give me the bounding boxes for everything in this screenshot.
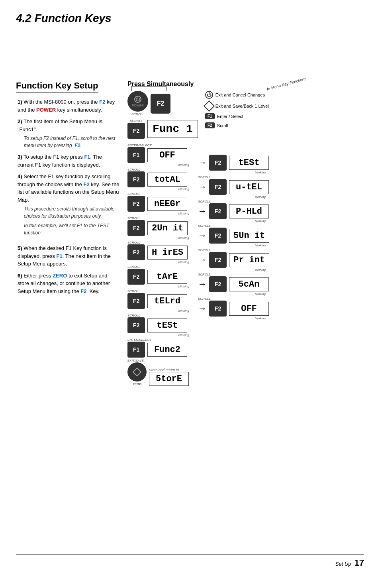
step-4-note-2: In this example, we'll set F1 to the TES… bbox=[24, 222, 119, 236]
f2-total-key[interactable]: F2 bbox=[127, 171, 145, 187]
f2-right-5-key[interactable]: F2 bbox=[209, 252, 227, 268]
legend-power-text: Exit and Cancel Changes bbox=[215, 92, 265, 97]
func2-display: Func2 bbox=[147, 343, 187, 357]
neegr-display: nEEGr bbox=[147, 197, 187, 211]
zero-key[interactable] bbox=[127, 362, 147, 382]
f2-hires-key[interactable]: F2 bbox=[127, 244, 145, 260]
scroll-rows-container: ENTER/SELECT F1 OFF blinking SCROLL F2 t… bbox=[127, 144, 364, 386]
steps-list: 1) With the MSI-8000 on, press the F2 ke… bbox=[16, 98, 119, 295]
row-right-5unit: SCROLL → F2 5Un it blinking bbox=[198, 224, 269, 247]
legend-f1-text: Enter / Select bbox=[217, 114, 243, 119]
row-right-test: → F2 tESt blinking bbox=[198, 155, 269, 174]
f2-neegr-key[interactable]: F2 bbox=[127, 196, 145, 212]
f2-right-6-key[interactable]: F2 bbox=[209, 276, 227, 292]
power-icon-legend: ⏻ bbox=[205, 91, 213, 99]
row-enter-func2: ENTER/SELECT F1 Func2 bbox=[127, 338, 191, 358]
tare-display: tArE bbox=[147, 270, 187, 284]
row-scroll-telrd: SCROLL F2 tELrd blinking bbox=[127, 289, 191, 313]
page-title: 4.2 Function Keys bbox=[16, 12, 364, 25]
section-title: Function Key Setup bbox=[16, 81, 98, 93]
diamond-icon bbox=[133, 368, 142, 377]
test-display: tESt bbox=[147, 319, 187, 332]
row-right-scan: SCROLL → F2 5cAn blinking bbox=[198, 273, 269, 296]
row-exit-store: EXIT/SAVE ZERO Store and return to 5torE bbox=[127, 359, 191, 386]
f2-tare-key[interactable]: F2 bbox=[127, 269, 145, 285]
f2-legend-key: F2 bbox=[205, 122, 215, 128]
step-5: 5) When the desired F1 Key function is d… bbox=[16, 244, 119, 268]
2unit-display: 2Un it bbox=[147, 221, 188, 235]
f2-right-3-key[interactable]: F2 bbox=[209, 203, 227, 219]
right-scroll-column: → F2 tESt blinking SCROLL → F2 u-tEL bbox=[198, 144, 269, 386]
f1-legend-key: F1 bbox=[205, 113, 215, 119]
f2-key-top[interactable]: F2 bbox=[151, 94, 170, 114]
off-right-display: OFF bbox=[229, 302, 269, 316]
row-scroll-hires: SCROLL F2 H irES blinking bbox=[127, 241, 191, 264]
row-right-phld: SCROLL → F2 P-HLd blinking bbox=[198, 200, 269, 223]
arrow-6: → bbox=[198, 279, 207, 289]
f2-highlight-1: F2 bbox=[99, 99, 105, 105]
arrow-3: → bbox=[198, 206, 207, 216]
row-scroll-test: SCROLL F2 tESt blinking bbox=[127, 314, 191, 337]
f2-2unit-key[interactable]: F2 bbox=[127, 220, 145, 236]
step-3: 3) To setup the F1 key press F1. The cur… bbox=[16, 153, 119, 169]
test-right-display: tESt bbox=[229, 156, 269, 170]
left-column: Function Key Setup 1) With the MSI-8000 … bbox=[16, 81, 119, 386]
hires-display: H irES bbox=[147, 246, 188, 260]
f2-right-7-key[interactable]: F2 bbox=[209, 301, 227, 317]
power-key[interactable]: ⏻ POWER bbox=[127, 91, 148, 112]
print-display: Pr int bbox=[229, 253, 269, 267]
total-display: totAL bbox=[147, 173, 187, 187]
row-right-utel: SCROLL → F2 u-tEL blinking bbox=[198, 175, 269, 199]
row-scroll-neegr: SCROLL F2 nEEGr blinking bbox=[127, 192, 191, 215]
footer-content: Set Up 17 bbox=[335, 558, 364, 568]
row-scroll-2unit: SCROLL F2 2Un it blinking bbox=[127, 216, 191, 240]
zero-highlight: ZERO bbox=[53, 273, 67, 279]
power-label: POWER bbox=[132, 104, 144, 107]
f2-key-scroll[interactable]: F2 bbox=[127, 123, 145, 139]
footer-label: Set Up bbox=[335, 561, 351, 567]
f1-highlight-5: F1 bbox=[57, 253, 63, 259]
off-display: OFF bbox=[147, 148, 187, 162]
row-enter-f1: ENTER/SELECT F1 OFF blinking bbox=[127, 144, 191, 167]
row-right-off: SCROLL → F2 OFF blinking bbox=[198, 297, 269, 320]
arrow-7: → bbox=[198, 303, 207, 314]
legend-save-text: Exit and Save/Back 1 Level bbox=[215, 104, 269, 108]
f1-highlight-3: F1 bbox=[84, 154, 90, 160]
f1-func2-key[interactable]: F1 bbox=[127, 342, 145, 358]
phld-display: P-HLd bbox=[229, 205, 269, 218]
f2-right-2-key[interactable]: F2 bbox=[209, 179, 227, 195]
arrow-5: → bbox=[198, 255, 207, 265]
f2-right-4-key[interactable]: F2 bbox=[209, 228, 227, 244]
footer: Set Up 17 bbox=[16, 554, 364, 568]
telrd-display: tELrd bbox=[147, 294, 187, 308]
arrow-4: → bbox=[198, 230, 207, 241]
step-4-note-1: This procedure scrolls through all avail… bbox=[24, 205, 119, 220]
step-2: 2) The first item of the Setup Menu is "… bbox=[16, 118, 119, 149]
row-scroll-total: SCROLL F2 totAL blinking bbox=[127, 168, 191, 191]
row-right-print: SCROLL → F2 Pr int blinking bbox=[198, 248, 269, 271]
left-scroll-column: ENTER/SELECT F1 OFF blinking SCROLL F2 t… bbox=[127, 144, 191, 386]
f1-enter-key[interactable]: F1 bbox=[127, 147, 145, 163]
scan-display: 5cAn bbox=[229, 277, 269, 291]
func1-display: Func 1 bbox=[147, 120, 198, 138]
f2-test-key[interactable]: F2 bbox=[127, 317, 145, 333]
power-icon: ⏻ bbox=[134, 96, 141, 103]
row-scroll-tare: SCROLL F2 tArE blinking bbox=[127, 265, 191, 288]
step-4: 4) Select the F1 key function by scrolli… bbox=[16, 173, 119, 236]
f2-highlight-4: F2 bbox=[84, 181, 90, 187]
arrow-2: → bbox=[198, 182, 207, 192]
diamond-icon-legend bbox=[204, 100, 215, 112]
right-column: Press Simultaneously ⏻ POWER bbox=[127, 81, 364, 386]
arrow-1: → bbox=[198, 157, 207, 168]
step-1: 1) With the MSI-8000 on, press the F2 ke… bbox=[16, 98, 119, 114]
f2-telrd-key[interactable]: F2 bbox=[127, 293, 145, 309]
title-text: 4.2 Function Keys bbox=[16, 12, 112, 24]
power-highlight: POWER bbox=[36, 107, 56, 113]
f2-right-1-key[interactable]: F2 bbox=[209, 155, 227, 171]
5unit-display: 5Un it bbox=[229, 229, 269, 243]
step-2-note: To setup F2 instead of F1, scroll to the… bbox=[24, 135, 119, 149]
utel-display: u-tEL bbox=[229, 180, 269, 194]
store-display: 5torE bbox=[149, 372, 189, 386]
step-6: 6) Either press ZERO to exit Setup and s… bbox=[16, 272, 119, 295]
legend-f2-text: Scroll bbox=[217, 123, 228, 128]
